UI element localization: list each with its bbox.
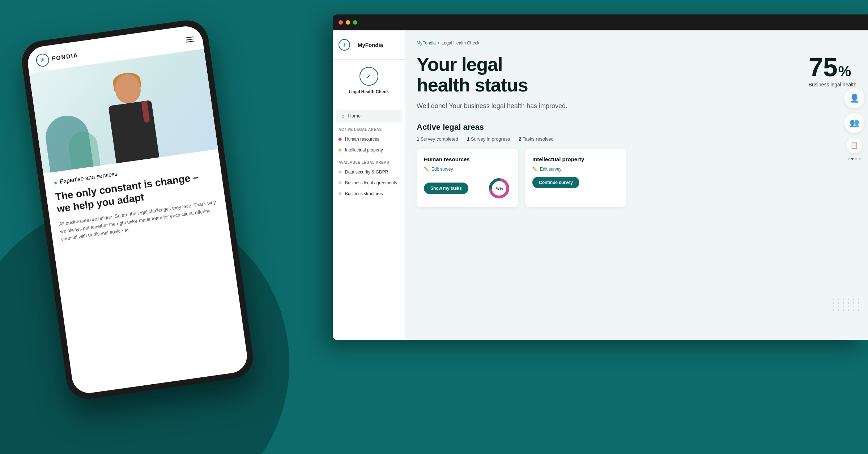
phone-logo: ✳ FONDIA [35,49,79,68]
dot-4 [859,158,861,160]
continue-survey-button[interactable]: Continue survey [532,177,579,188]
person-illustration [89,62,174,165]
edit-icon-hr: ✏️ [424,167,429,172]
sidebar: ✳ MyFondia ✓ Legal Health Check ⌂ Home A… [333,30,405,340]
intellectual-property-label: Intellectual property [345,147,383,153]
hero-title: Your legal health status [417,54,794,95]
stat-num-1: 1 [417,136,419,142]
card-ip-bottom: Continue survey [532,177,619,188]
card-hr-bottom: Show my tasks 75% [424,177,511,200]
sidebar-item-data-security[interactable]: Data security & GDPR [333,167,405,177]
sidebar-logo-area: ✳ MyFondia [333,39,405,60]
stat-tasks-resolved: 2 Tasks resolved [519,136,554,142]
show-my-tasks-button[interactable]: Show my tasks [424,183,468,194]
window-minimize-dot[interactable] [346,20,350,25]
hero-title-line2: health status [417,74,528,95]
active-areas-label: ACTIVE LEGAL AREAS [333,123,405,134]
stats-row: 1 Survey completed 1 Survey in progress … [417,136,856,142]
card-human-resources: Human resources ✏️ Edit survey Show my t… [417,149,518,207]
hero-section: Your legal health status Well done! Your… [417,54,856,111]
home-icon: ⌂ [341,113,344,119]
main-content: 👤 👥 📋 MyFondia › Legal Health Check [405,30,868,340]
breadcrumb-current: Legal Health Check [442,40,480,46]
sidebar-item-intellectual-property[interactable]: Intellectual property [333,145,405,155]
card-ip-edit-label: Edit survey [540,167,561,172]
float-icon-doc: 📋 [846,137,862,153]
data-security-label: Data security & GDPR [345,170,388,175]
person-tie [141,100,150,123]
person-body [108,100,159,163]
card-ip-title: Intellectual property [532,156,619,162]
active-areas-section: Active legal areas 1 Survey completed 1 … [417,123,856,207]
hero-subtitle: Well done! Your business legal health ha… [417,101,794,111]
sidebar-nav-section: ✓ Legal Health Check [333,60,405,102]
gray-dot-3 [339,192,341,195]
sidebar-item-business-legal[interactable]: Business legal agreements [333,177,405,188]
hero-percent-sign: % [838,63,851,80]
dot-2 [851,158,854,160]
card-hr-edit[interactable]: ✏️ Edit survey [424,167,511,172]
floating-icons: 👤 👥 📋 [844,88,864,160]
dots-pattern [833,299,861,311]
card-hr-title: Human resources [424,156,511,162]
sidebar-home-label: Home [348,113,361,119]
hero-stat-label: Business legal health [809,82,856,87]
stat-num-3: 2 [519,136,521,142]
gray-dot-1 [339,171,341,174]
dot-3 [855,158,857,160]
available-areas-label: AVAILABLE LEGAL AREAS [333,155,405,167]
card-hr-edit-label: Edit survey [431,167,453,172]
edit-icon-ip: ✏️ [532,167,538,172]
sidebar-item-human-resources[interactable]: Human resources [333,134,405,145]
menu-line-3 [186,41,194,43]
stat-survey-progress: 1 Survey in progress [467,136,510,142]
card-intellectual-property: Intellectual property ✏️ Edit survey Con… [525,149,626,207]
hr-donut-label: 75% [488,177,511,200]
menu-line-2 [186,39,194,40]
sidebar-logo-text: MyFondia [358,42,383,48]
hero-percent-value: 75 [809,54,838,80]
phone-content: ✳ Expertise and services The only consta… [43,149,249,395]
sidebar-item-home[interactable]: ⌂ Home [336,110,402,123]
gray-dot-2 [339,181,341,184]
myfondia-logo-icon: ✳ [339,39,350,51]
health-check-icon: ✓ [359,67,378,86]
breadcrumb-home[interactable]: MyFondia [417,40,436,46]
float-dots [848,158,861,160]
business-legal-label: Business legal agreements [345,180,397,185]
float-icon-person: 👤 [844,88,864,108]
hero-text: Your legal health status Well done! Your… [417,54,794,111]
browser-body: ✳ MyFondia ✓ Legal Health Check ⌂ Home A… [333,30,868,340]
phone-logo-text: FONDIA [51,52,78,62]
hr-donut-chart: 75% [488,177,511,200]
sidebar-section-title: Legal Health Check [344,89,393,95]
cards-row: Human resources ✏️ Edit survey Show my t… [417,149,856,207]
browser-mockup: ✳ MyFondia ✓ Legal Health Check ⌂ Home A… [333,14,868,340]
float-icon-people: 👥 [844,113,864,133]
fondia-logo-icon: ✳ [35,53,50,68]
hero-stats-block: 75 % Business legal health [809,54,856,87]
window-close-dot[interactable] [339,20,343,25]
dot-1 [848,158,850,160]
card-ip-edit[interactable]: ✏️ Edit survey [532,167,619,172]
window-maximize-dot[interactable] [353,20,357,25]
breadcrumb: MyFondia › Legal Health Check [417,40,856,46]
menu-line-1 [186,37,193,38]
active-areas-title: Active legal areas [417,123,856,132]
expertise-icon: ✳ [53,179,58,186]
business-structures-label: Business structures [345,191,383,196]
stat-num-2: 1 [467,136,469,142]
browser-chrome [333,14,868,30]
sidebar-menu: ⌂ Home [333,110,405,123]
hamburger-icon[interactable] [186,37,194,43]
logo-divider [354,40,354,50]
expertise-text: Expertise and services [59,171,118,185]
red-triangle-dot [338,137,342,141]
breadcrumb-arrow: › [438,40,439,46]
yellow-square-dot [339,149,341,151]
hero-title-line1: Your legal [417,54,503,75]
stat-survey-completed: 1 Survey completed [417,136,458,142]
human-resources-label: Human resources [345,137,379,142]
sidebar-item-business-structures[interactable]: Business structures [333,188,405,199]
hero-percent-display: 75 % [809,54,856,80]
